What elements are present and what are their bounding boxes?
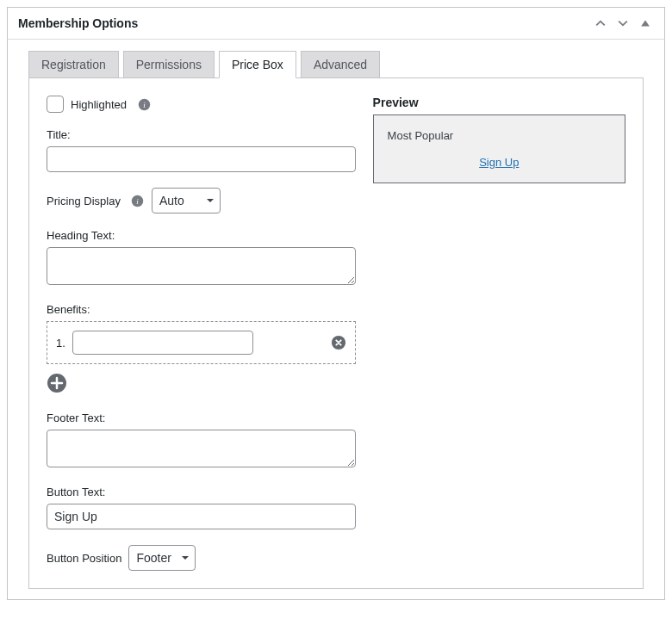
preview-column: Preview Most Popular Sign Up (373, 96, 625, 571)
benefits-field: Benefits: 1. (47, 303, 356, 396)
add-benefit-button[interactable] (47, 373, 67, 393)
benefits-label: Benefits: (47, 303, 356, 316)
button-position-label: Button Position (47, 552, 121, 565)
panel-header: Membership Options (8, 8, 664, 40)
tab-price-box[interactable]: Price Box (219, 51, 296, 78)
button-text-input[interactable] (47, 504, 356, 529)
info-icon[interactable]: i (131, 194, 145, 207)
heading-text-label: Heading Text: (47, 229, 356, 242)
button-text-field: Button Text: (47, 486, 356, 529)
heading-text-input[interactable] (47, 247, 356, 285)
pricing-display-field: Pricing Display i Auto (47, 188, 356, 213)
pricing-display-label: Pricing Display (47, 195, 121, 207)
remove-icon[interactable] (331, 335, 346, 350)
button-position-field: Button Position Footer (47, 545, 356, 571)
preview-heading: Preview (373, 96, 625, 109)
button-position-select[interactable]: Footer (128, 545, 196, 571)
title-label: Title: (47, 128, 356, 141)
highlighted-checkbox[interactable] (47, 96, 64, 113)
heading-text-field: Heading Text: (47, 229, 356, 288)
tab-content: Highlighted i Title: Pricing Display i (28, 77, 644, 589)
panel-title: Membership Options (18, 16, 138, 30)
button-text-label: Button Text: (47, 486, 356, 498)
pricing-display-select-wrap: Auto (152, 188, 221, 213)
tabs: Registration Permissions Price Box Advan… (28, 50, 644, 77)
panel-header-controls (592, 15, 654, 32)
tab-advanced[interactable]: Advanced (301, 51, 380, 78)
chevron-down-icon[interactable] (614, 15, 632, 32)
collapse-toggle-icon[interactable] (637, 15, 654, 32)
highlighted-field: Highlighted i (47, 96, 356, 113)
preview-box-title: Most Popular (388, 129, 611, 142)
footer-text-field: Footer Text: (47, 412, 356, 470)
title-input[interactable] (47, 146, 356, 172)
button-position-select-wrap: Footer (128, 545, 196, 571)
membership-options-panel: Membership Options Registration Permissi… (7, 7, 665, 600)
preview-signup-link[interactable]: Sign Up (388, 156, 611, 169)
preview-box: Most Popular Sign Up (373, 114, 625, 183)
tabs-wrap: Registration Permissions Price Box Advan… (18, 50, 654, 77)
benefit-row: 1. (47, 321, 356, 364)
chevron-up-icon[interactable] (592, 15, 609, 32)
benefit-number: 1. (56, 337, 65, 350)
info-icon[interactable]: i (137, 97, 151, 111)
benefit-input[interactable] (72, 331, 253, 355)
pricing-display-select[interactable]: Auto (152, 188, 221, 213)
tab-permissions[interactable]: Permissions (123, 51, 215, 78)
content-grid: Highlighted i Title: Pricing Display i (47, 96, 625, 571)
panel-body: Registration Permissions Price Box Advan… (8, 40, 664, 599)
highlighted-label: Highlighted (71, 98, 127, 111)
footer-text-label: Footer Text: (47, 412, 356, 424)
footer-text-input[interactable] (47, 430, 356, 467)
form-column: Highlighted i Title: Pricing Display i (47, 96, 356, 571)
title-field: Title: (47, 128, 356, 172)
tab-registration[interactable]: Registration (28, 51, 119, 78)
